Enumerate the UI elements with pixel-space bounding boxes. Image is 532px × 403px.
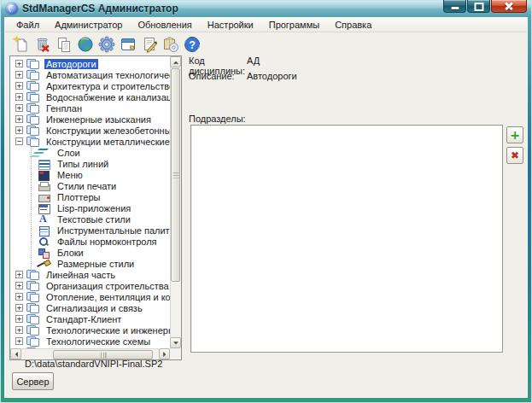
tree-item[interactable]: Слои — [10, 147, 170, 158]
menu-item-5[interactable]: Справка — [327, 19, 379, 31]
tree-item-label: Стили печати — [56, 181, 118, 191]
database-path: D:\data\standardVNIPI-Final.SP2 — [25, 359, 162, 369]
tree-item[interactable]: +Отопление, вентиляция и кондиционирован… — [10, 291, 170, 302]
tree-item[interactable]: +Генплан — [10, 102, 170, 114]
tree-item[interactable]: Плоттеры — [10, 191, 170, 202]
edit-button[interactable] — [138, 34, 160, 55]
window-button[interactable] — [117, 34, 138, 55]
app-icon — [6, 3, 18, 15]
dim-styles-icon — [38, 259, 51, 269]
close-button[interactable] — [491, 0, 527, 13]
tree-item-label: Конструкции железобетонные, изделия — [44, 126, 170, 136]
tree-item-label: Сигнализация и связь — [44, 303, 144, 313]
scroll-down-icon[interactable] — [170, 337, 181, 348]
tree-item[interactable]: +Архитектура и строительство — [10, 80, 170, 91]
server-button[interactable]: Сервер — [12, 372, 54, 390]
discipline-icon — [26, 92, 40, 102]
discipline-icon — [26, 303, 40, 313]
tree-item-label: Генплан — [44, 103, 84, 114]
help-button[interactable]: ? — [181, 34, 202, 55]
expand-icon[interactable]: + — [15, 126, 23, 134]
menu-bar: ФайлАдминистраторОбновленияНастройкиПрог… — [5, 18, 527, 32]
tree-item[interactable]: Инструментальные палитры — [10, 225, 170, 236]
tree-item-label: Блоки — [56, 248, 85, 258]
disciplines-tree: +Автодороги+Автоматизация технологически… — [9, 55, 182, 360]
description-value: Автодороги — [247, 71, 297, 81]
menu-item-4[interactable]: Программы — [261, 19, 327, 31]
description-row: Описание: Автодороги — [189, 71, 297, 81]
expand-icon[interactable]: + — [15, 60, 23, 67]
tree-item[interactable]: Файлы нормоконтроля — [10, 236, 170, 247]
internet-button[interactable] — [74, 34, 96, 55]
collapse-icon[interactable]: − — [15, 137, 23, 145]
menu-item-1[interactable]: Администратор — [47, 19, 130, 31]
discipline-icon — [26, 325, 40, 336]
copy-button[interactable] — [53, 34, 74, 55]
minimize-button[interactable] — [443, 0, 466, 13]
tree-item[interactable]: +Сигнализация и связь — [10, 302, 170, 313]
window-controls — [442, 0, 527, 13]
tree-item[interactable]: Lisp-приложения — [10, 202, 170, 213]
norm-control-icon — [38, 237, 51, 247]
tree-item[interactable]: +Автодороги — [10, 58, 170, 69]
tree-item[interactable]: +Автоматизация технологических процессов — [10, 69, 170, 80]
tree-item[interactable]: +Водоснабжение и канализация — [10, 91, 170, 102]
expand-icon[interactable]: + — [15, 293, 23, 301]
tree-item[interactable]: +Организация строительства — [10, 280, 170, 291]
tree-item[interactable]: +Инженерные изыскания — [10, 114, 170, 125]
tree-item[interactable]: Стили печати — [10, 180, 170, 191]
tree-item-label: Плоттеры — [56, 192, 102, 202]
maximize-button[interactable] — [467, 0, 490, 13]
delete-button[interactable] — [32, 34, 53, 55]
subsections-label: Подразделы: — [189, 114, 246, 124]
tree-item[interactable]: −Конструкции металлические, деталировочн… — [10, 136, 170, 147]
help-icon: ? — [184, 36, 201, 53]
tree-item-label: Слои — [56, 148, 82, 158]
subsections-listbox[interactable] — [190, 125, 503, 353]
globe-icon — [77, 36, 94, 53]
tree-item[interactable]: +Технологические схемы — [10, 336, 170, 347]
expand-icon[interactable]: + — [15, 93, 23, 101]
cross-icon: ✖ — [511, 149, 519, 161]
scroll-left-icon[interactable] — [10, 348, 21, 359]
tree-item-label: Текстовые стили — [56, 214, 132, 225]
title-bar[interactable]: StdManagerCS Администратор — [0, 0, 532, 17]
vertical-scroll-thumb[interactable] — [171, 68, 180, 282]
tree-item[interactable]: Типы линий — [10, 158, 170, 169]
expand-icon[interactable]: + — [15, 337, 23, 345]
package-icon — [162, 36, 179, 53]
scroll-up-icon[interactable] — [170, 56, 181, 67]
add-subsection-button[interactable]: + — [506, 126, 523, 143]
expand-icon[interactable]: + — [15, 82, 23, 90]
expand-icon[interactable]: + — [15, 271, 23, 278]
tree-item[interactable]: Размерные стили — [10, 258, 170, 269]
install-button[interactable] — [160, 34, 181, 55]
expand-icon[interactable]: + — [15, 304, 23, 312]
discipline-icon — [26, 114, 40, 125]
new-document-button[interactable] — [10, 34, 32, 55]
settings-button[interactable] — [96, 34, 117, 55]
menu-item-0[interactable]: Файл — [9, 19, 47, 31]
tree-item[interactable]: +Технологические и инженерные коммуникац… — [10, 324, 170, 336]
menu-item-2[interactable]: Обновления — [130, 19, 199, 31]
tree-item[interactable]: +Линейная часть — [10, 269, 170, 280]
expand-icon[interactable]: + — [15, 115, 23, 123]
tree-item[interactable]: +Стандарт-Клиент — [10, 313, 170, 324]
expand-icon[interactable]: + — [15, 104, 23, 112]
tree-item[interactable]: Блоки — [10, 247, 170, 258]
linetypes-icon — [38, 159, 51, 169]
tree-item[interactable]: +Конструкции железобетонные, изделия — [10, 125, 170, 136]
delete-subsection-button[interactable]: ✖ — [506, 147, 523, 164]
expand-icon[interactable]: + — [15, 315, 23, 323]
tree-item-label: Технологические и инженерные коммуникаци… — [44, 325, 170, 336]
tree-vertical-scrollbar[interactable] — [170, 56, 181, 348]
description-label: Описание: — [189, 71, 247, 81]
tree-item-label: Инструментальные палитры — [56, 225, 170, 236]
menu-item-3[interactable]: Настройки — [200, 19, 261, 31]
tree-item[interactable]: Меню — [10, 169, 170, 180]
expand-icon[interactable]: + — [15, 282, 23, 289]
tree-item[interactable]: Текстовые стили — [10, 213, 170, 225]
expand-icon[interactable]: + — [15, 326, 23, 334]
scrollbar-corner — [170, 348, 181, 359]
expand-icon[interactable]: + — [15, 71, 23, 79]
